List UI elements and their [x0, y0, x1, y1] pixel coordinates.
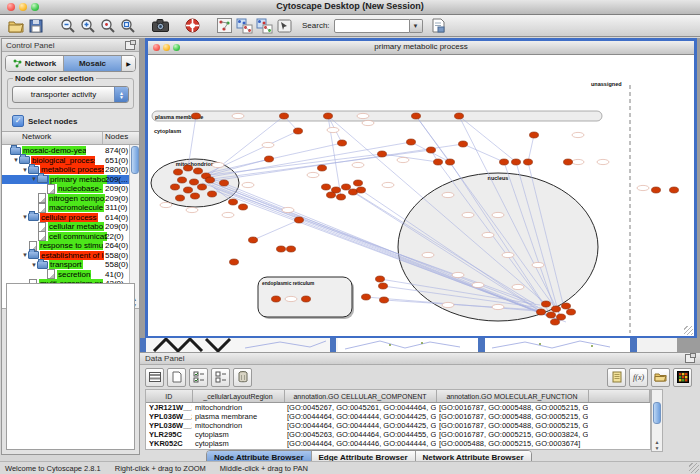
tree-item-cell-communicat[interactable]: cell communicat22(0)	[2, 232, 130, 242]
graph-node[interactable]	[208, 191, 217, 197]
column-header[interactable]: ID	[146, 390, 192, 403]
graph-node[interactable]	[302, 296, 311, 302]
graph-node[interactable]	[280, 113, 289, 119]
more-tabs-arrow-icon[interactable]: ▶	[122, 56, 135, 71]
notes-icon[interactable]	[607, 368, 626, 387]
graph-node[interactable]	[379, 283, 388, 289]
graph-node[interactable]	[184, 165, 193, 171]
table-row[interactable]: YKR052Ccytoplasm[GO:0044464, GO:0044446,…	[146, 439, 650, 448]
node-color-dropdown[interactable]: transporter activity ▲▼	[12, 86, 129, 103]
graph-node[interactable]	[652, 187, 661, 193]
graph-node[interactable]	[206, 177, 215, 183]
tree-item-nitrogen-compo[interactable]: nitrogen compo209(0)	[2, 194, 130, 204]
tree-header-network[interactable]: Network	[2, 132, 103, 144]
graph-node[interactable]	[349, 189, 358, 195]
network-window-titlebar[interactable]: primary metabolic process	[148, 41, 694, 55]
graph-node[interactable]	[192, 113, 201, 119]
search-input[interactable]	[334, 19, 410, 33]
graph-node[interactable]	[380, 297, 389, 303]
graph-node[interactable]	[512, 159, 521, 165]
graph-node[interactable]	[551, 319, 560, 325]
graph-node[interactable]	[455, 113, 464, 119]
window-resize-grip[interactable]	[684, 326, 693, 335]
delete-attribute-trash-icon[interactable]	[233, 368, 252, 387]
tree-item-establishment-of-lo[interactable]: ▼establishment of lo558(0)	[2, 251, 130, 261]
graph-node[interactable]	[322, 184, 331, 190]
tree-item-transport[interactable]: ▼transport558(0)	[2, 260, 130, 270]
graph-node[interactable]	[342, 184, 351, 190]
layout-network-icon[interactable]	[214, 16, 234, 35]
select-attributes-icon[interactable]	[189, 368, 208, 387]
birds-eye-view[interactable]	[6, 283, 135, 450]
graph-node[interactable]	[557, 314, 566, 320]
table-row[interactable]: YPL036W__2plasma membrane[GO:0044464, GO…	[146, 412, 650, 421]
graph-node[interactable]	[324, 113, 333, 119]
graph-node[interactable]	[357, 187, 366, 193]
graph-node[interactable]	[547, 312, 556, 318]
graph-node[interactable]	[277, 246, 286, 252]
new-attribute-icon[interactable]	[167, 368, 186, 387]
graph-node[interactable]	[176, 195, 185, 201]
open-session-icon[interactable]	[6, 16, 26, 35]
graph-node[interactable]	[376, 276, 385, 282]
search-combobox[interactable]: ▼	[334, 19, 423, 33]
tab-network[interactable]: Network	[6, 56, 64, 71]
graph-node[interactable]	[562, 303, 571, 309]
unselect-attributes-icon[interactable]	[211, 368, 230, 387]
graph-node[interactable]	[239, 204, 248, 210]
graph-node[interactable]	[295, 217, 304, 223]
zoom-in-icon[interactable]	[78, 16, 98, 35]
column-header[interactable]: annotation.GO MOLECULAR_FUNCTION	[436, 390, 588, 403]
data-panel-float-icon[interactable]	[685, 354, 695, 363]
graph-node[interactable]	[191, 193, 200, 199]
graph-node[interactable]	[327, 192, 336, 198]
zoom-fit-icon[interactable]	[118, 16, 138, 35]
table-scrollbar-arrows[interactable]: ▲▼	[652, 439, 662, 451]
column-header[interactable]: _cellularLayoutRegion	[192, 390, 284, 403]
tree-item-secretion[interactable]: secretion41(0)	[2, 270, 130, 280]
tree-header-nodes[interactable]: Nodes	[103, 132, 139, 144]
zoom-selected-icon[interactable]	[98, 16, 118, 35]
graph-node[interactable]	[318, 165, 327, 171]
tree-item-cellular-process[interactable]: ▼cellular process614(0)	[2, 213, 130, 223]
graph-node[interactable]	[542, 301, 551, 307]
graph-node[interactable]	[338, 140, 347, 146]
graph-node[interactable]	[537, 309, 546, 315]
graph-node[interactable]	[184, 187, 193, 193]
graph-node[interactable]	[265, 156, 274, 162]
graph-node[interactable]	[500, 159, 509, 165]
graph-node[interactable]	[362, 294, 371, 300]
table-row[interactable]: YPL036W__1mitochondrion[GO:0044464, GO:0…	[146, 421, 650, 430]
vizmapper-icon[interactable]	[274, 16, 294, 35]
graph-node[interactable]	[230, 259, 239, 265]
graph-node[interactable]	[670, 187, 679, 193]
graph-node[interactable]	[354, 180, 363, 186]
graph-node[interactable]	[198, 184, 207, 190]
float-panel-icon[interactable]	[125, 41, 135, 50]
graph-node[interactable]	[459, 141, 468, 147]
tree-item-macromolecule[interactable]: macromolecule311(0)	[2, 203, 130, 213]
graph-node[interactable]	[229, 199, 238, 205]
graph-node[interactable]	[174, 169, 183, 175]
zoom-out-icon[interactable]	[58, 16, 78, 35]
tree-item-cellular-metabo[interactable]: cellular metabo209(0)	[2, 222, 130, 232]
graph-node[interactable]	[446, 159, 455, 165]
search-config-icon[interactable]	[429, 16, 449, 35]
import-attributes-folder-icon[interactable]	[651, 368, 670, 387]
graph-node[interactable]	[434, 159, 443, 165]
graph-node[interactable]	[337, 194, 346, 200]
tree-item-biological-process[interactable]: ▼biological_process651(0)	[2, 156, 130, 166]
save-session-icon[interactable]	[26, 16, 46, 35]
graph-node[interactable]	[272, 296, 281, 302]
column-header[interactable]: annotation.GO CELLULAR_COMPONENT	[284, 390, 436, 403]
attribute-table-icon[interactable]	[145, 368, 164, 387]
table-row[interactable]: YJR121W__1mitochondrion[GO:0045267, GO:0…	[146, 403, 650, 413]
network-overlay-icon-2[interactable]	[254, 16, 274, 35]
graph-node[interactable]	[178, 177, 187, 183]
table-scrollbar-thumb[interactable]	[653, 402, 661, 424]
graph-node[interactable]	[378, 151, 387, 157]
select-nodes-checkbox[interactable]: ✓	[12, 115, 24, 127]
graph-node[interactable]	[287, 246, 296, 252]
graph-node[interactable]	[427, 147, 436, 153]
graph-node[interactable]	[530, 132, 539, 138]
